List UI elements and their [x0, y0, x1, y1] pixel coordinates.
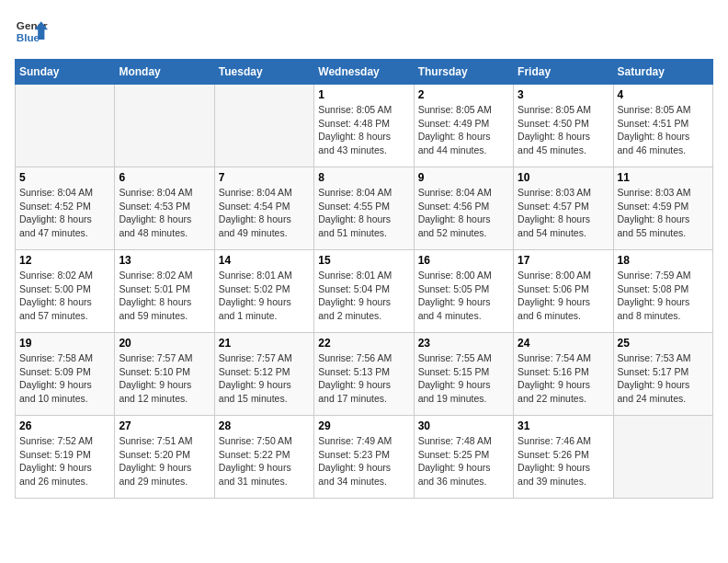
svg-text:Blue: Blue	[17, 31, 40, 43]
week-row-4: 19Sunrise: 7:58 AM Sunset: 5:09 PM Dayli…	[16, 333, 713, 416]
day-cell: 24Sunrise: 7:54 AM Sunset: 5:16 PM Dayli…	[514, 333, 613, 416]
day-info: Sunrise: 8:04 AM Sunset: 4:52 PM Dayligh…	[19, 186, 110, 240]
day-info: Sunrise: 8:02 AM Sunset: 5:00 PM Dayligh…	[19, 269, 110, 323]
day-number: 21	[219, 337, 310, 350]
day-cell: 20Sunrise: 7:57 AM Sunset: 5:10 PM Dayli…	[115, 333, 214, 416]
day-number: 24	[518, 337, 609, 350]
day-info: Sunrise: 8:04 AM Sunset: 4:54 PM Dayligh…	[219, 186, 310, 240]
day-cell: 21Sunrise: 7:57 AM Sunset: 5:12 PM Dayli…	[214, 333, 313, 416]
weekday-header-monday: Monday	[115, 60, 214, 85]
day-info: Sunrise: 8:02 AM Sunset: 5:01 PM Dayligh…	[119, 269, 210, 323]
day-info: Sunrise: 7:51 AM Sunset: 5:20 PM Dayligh…	[119, 434, 210, 488]
day-info: Sunrise: 7:59 AM Sunset: 5:08 PM Dayligh…	[618, 269, 709, 323]
day-number: 11	[618, 171, 709, 184]
day-info: Sunrise: 7:57 AM Sunset: 5:12 PM Dayligh…	[219, 351, 310, 406]
day-number: 15	[318, 254, 409, 267]
day-cell	[115, 85, 214, 167]
day-info: Sunrise: 7:52 AM Sunset: 5:19 PM Dayligh…	[19, 434, 110, 488]
day-cell: 12Sunrise: 8:02 AM Sunset: 5:00 PM Dayli…	[16, 250, 115, 333]
day-cell: 25Sunrise: 7:53 AM Sunset: 5:17 PM Dayli…	[613, 333, 712, 416]
day-number: 7	[219, 171, 310, 184]
logo: General Blue	[15, 15, 48, 48]
day-info: Sunrise: 8:05 AM Sunset: 4:49 PM Dayligh…	[418, 103, 509, 157]
day-number: 22	[318, 337, 409, 350]
calendar-table: SundayMondayTuesdayWednesdayThursdayFrid…	[15, 59, 713, 499]
page-header: General Blue	[15, 15, 713, 48]
weekday-header-sunday: Sunday	[16, 60, 115, 85]
day-cell: 31Sunrise: 7:46 AM Sunset: 5:26 PM Dayli…	[514, 416, 613, 499]
day-info: Sunrise: 8:01 AM Sunset: 5:02 PM Dayligh…	[219, 269, 310, 323]
day-cell: 8Sunrise: 8:04 AM Sunset: 4:55 PM Daylig…	[314, 167, 414, 250]
week-row-1: 1Sunrise: 8:05 AM Sunset: 4:48 PM Daylig…	[16, 85, 713, 167]
day-cell: 29Sunrise: 7:49 AM Sunset: 5:23 PM Dayli…	[314, 416, 414, 499]
day-cell: 2Sunrise: 8:05 AM Sunset: 4:49 PM Daylig…	[414, 85, 513, 167]
day-number: 29	[318, 419, 409, 432]
day-info: Sunrise: 7:55 AM Sunset: 5:15 PM Dayligh…	[418, 351, 509, 406]
day-cell: 3Sunrise: 8:05 AM Sunset: 4:50 PM Daylig…	[514, 85, 613, 167]
day-cell: 10Sunrise: 8:03 AM Sunset: 4:57 PM Dayli…	[514, 167, 613, 250]
day-number: 16	[418, 254, 509, 267]
day-info: Sunrise: 7:48 AM Sunset: 5:25 PM Dayligh…	[418, 434, 509, 488]
day-cell: 26Sunrise: 7:52 AM Sunset: 5:19 PM Dayli…	[16, 416, 115, 499]
day-info: Sunrise: 8:00 AM Sunset: 5:05 PM Dayligh…	[418, 269, 509, 323]
week-row-3: 12Sunrise: 8:02 AM Sunset: 5:00 PM Dayli…	[16, 250, 713, 333]
day-cell: 18Sunrise: 7:59 AM Sunset: 5:08 PM Dayli…	[613, 250, 712, 333]
day-cell: 15Sunrise: 8:01 AM Sunset: 5:04 PM Dayli…	[314, 250, 414, 333]
day-cell: 17Sunrise: 8:00 AM Sunset: 5:06 PM Dayli…	[514, 250, 613, 333]
day-number: 30	[418, 419, 509, 432]
day-cell: 16Sunrise: 8:00 AM Sunset: 5:05 PM Dayli…	[414, 250, 513, 333]
day-cell	[613, 416, 712, 499]
day-info: Sunrise: 7:46 AM Sunset: 5:26 PM Dayligh…	[518, 434, 609, 488]
day-info: Sunrise: 7:53 AM Sunset: 5:17 PM Dayligh…	[618, 351, 709, 406]
day-number: 10	[518, 171, 609, 184]
day-number: 4	[618, 88, 709, 101]
day-cell: 14Sunrise: 8:01 AM Sunset: 5:02 PM Dayli…	[214, 250, 313, 333]
calendar-header: SundayMondayTuesdayWednesdayThursdayFrid…	[16, 60, 713, 85]
day-info: Sunrise: 7:49 AM Sunset: 5:23 PM Dayligh…	[318, 434, 409, 488]
day-info: Sunrise: 8:00 AM Sunset: 5:06 PM Dayligh…	[518, 269, 609, 323]
day-info: Sunrise: 8:04 AM Sunset: 4:53 PM Dayligh…	[119, 186, 210, 240]
day-number: 23	[418, 337, 509, 350]
day-cell	[214, 85, 313, 167]
day-cell	[16, 85, 115, 167]
week-row-5: 26Sunrise: 7:52 AM Sunset: 5:19 PM Dayli…	[16, 416, 713, 499]
day-info: Sunrise: 8:05 AM Sunset: 4:48 PM Dayligh…	[318, 103, 409, 157]
day-number: 8	[318, 171, 409, 184]
day-cell: 22Sunrise: 7:56 AM Sunset: 5:13 PM Dayli…	[314, 333, 414, 416]
day-number: 6	[119, 171, 210, 184]
day-number: 13	[119, 254, 210, 267]
calendar-body: 1Sunrise: 8:05 AM Sunset: 4:48 PM Daylig…	[16, 85, 713, 499]
day-info: Sunrise: 8:03 AM Sunset: 4:59 PM Dayligh…	[618, 186, 709, 240]
day-cell: 4Sunrise: 8:05 AM Sunset: 4:51 PM Daylig…	[613, 85, 712, 167]
day-cell: 28Sunrise: 7:50 AM Sunset: 5:22 PM Dayli…	[214, 416, 313, 499]
day-cell: 11Sunrise: 8:03 AM Sunset: 4:59 PM Dayli…	[613, 167, 712, 250]
day-cell: 30Sunrise: 7:48 AM Sunset: 5:25 PM Dayli…	[414, 416, 513, 499]
weekday-header-saturday: Saturday	[613, 60, 712, 85]
day-number: 3	[518, 88, 609, 101]
day-number: 25	[618, 337, 709, 350]
day-number: 19	[19, 337, 110, 350]
day-info: Sunrise: 8:05 AM Sunset: 4:51 PM Dayligh…	[618, 103, 709, 157]
day-number: 9	[418, 171, 509, 184]
day-info: Sunrise: 7:50 AM Sunset: 5:22 PM Dayligh…	[219, 434, 310, 488]
day-cell: 23Sunrise: 7:55 AM Sunset: 5:15 PM Dayli…	[414, 333, 513, 416]
day-info: Sunrise: 7:54 AM Sunset: 5:16 PM Dayligh…	[518, 351, 609, 406]
weekday-header-thursday: Thursday	[414, 60, 513, 85]
day-info: Sunrise: 7:57 AM Sunset: 5:10 PM Dayligh…	[119, 351, 210, 406]
day-cell: 27Sunrise: 7:51 AM Sunset: 5:20 PM Dayli…	[115, 416, 214, 499]
day-number: 17	[518, 254, 609, 267]
day-cell: 19Sunrise: 7:58 AM Sunset: 5:09 PM Dayli…	[16, 333, 115, 416]
day-cell: 5Sunrise: 8:04 AM Sunset: 4:52 PM Daylig…	[16, 167, 115, 250]
day-number: 26	[19, 419, 110, 432]
day-info: Sunrise: 8:04 AM Sunset: 4:55 PM Dayligh…	[318, 186, 409, 240]
weekday-header-row: SundayMondayTuesdayWednesdayThursdayFrid…	[16, 60, 713, 85]
day-cell: 1Sunrise: 8:05 AM Sunset: 4:48 PM Daylig…	[314, 85, 414, 167]
logo-icon: General Blue	[15, 15, 48, 48]
day-number: 5	[19, 171, 110, 184]
day-number: 20	[119, 337, 210, 350]
day-cell: 7Sunrise: 8:04 AM Sunset: 4:54 PM Daylig…	[214, 167, 313, 250]
weekday-header-friday: Friday	[514, 60, 613, 85]
day-cell: 6Sunrise: 8:04 AM Sunset: 4:53 PM Daylig…	[115, 167, 214, 250]
day-number: 2	[418, 88, 509, 101]
day-info: Sunrise: 7:58 AM Sunset: 5:09 PM Dayligh…	[19, 351, 110, 406]
